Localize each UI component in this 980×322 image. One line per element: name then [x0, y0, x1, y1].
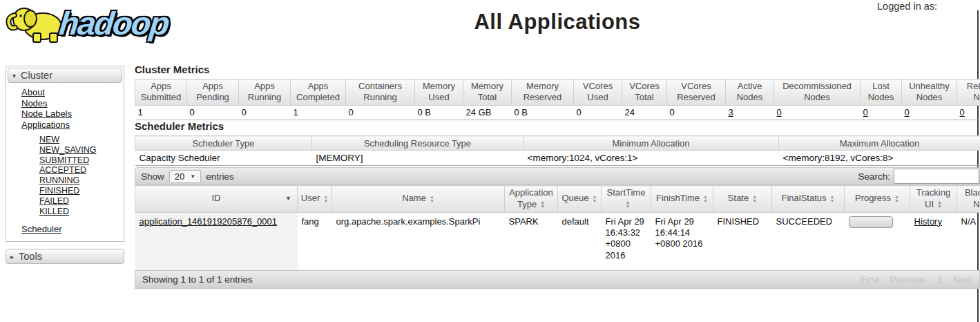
apps-submitted-value: 1 [135, 105, 187, 120]
state-submitted-link[interactable]: SUBMITTED [39, 155, 89, 165]
application-row: application_1461919205876_0001 fang org.… [135, 212, 980, 272]
unhealthy-nodes-link[interactable]: 0 [905, 107, 910, 117]
col-queue-label: Queue [562, 193, 589, 203]
pagination-page-1-button[interactable]: 1 [937, 274, 943, 285]
sort-icon [430, 195, 434, 203]
entries-label: entries [206, 171, 234, 182]
col-state-label: State [728, 193, 749, 203]
vcores-total-value: 24 [622, 105, 667, 120]
sidebar-section-cluster[interactable]: ▾ Cluster [8, 68, 122, 83]
col-progress[interactable]: Progress [845, 186, 910, 213]
page-size-value: 20 [175, 171, 184, 182]
col-tracking-ui-label: Tracking UI [916, 187, 950, 209]
state-new-saving-link[interactable]: NEW_SAVING [39, 145, 96, 155]
col-tracking-ui[interactable]: Tracking UI [910, 186, 957, 213]
app-progress-cell [845, 212, 910, 272]
sort-icon [626, 200, 631, 209]
apps-completed-value: 1 [291, 105, 346, 120]
sidebar-cluster-box: ▾ Cluster About Nodes Node Labels Applic… [6, 66, 124, 242]
rebooted-nodes-link[interactable]: 0 [960, 107, 965, 117]
memory-reserved-value: 0 B [512, 105, 574, 120]
col-memory-used: Memory Used [415, 79, 463, 106]
sidebar-item-running: RUNNING [39, 176, 122, 186]
col-application-type[interactable]: Application Type [505, 186, 558, 213]
state-new-link[interactable]: NEW [39, 135, 59, 144]
col-id[interactable]: ID▼ [135, 186, 298, 213]
sidebar-item-about: About [21, 87, 122, 98]
lost-nodes-link[interactable]: 0 [863, 107, 868, 117]
state-finished-link[interactable]: FINISHED [39, 186, 79, 196]
col-name[interactable]: Name [332, 186, 505, 213]
select-caret-icon: ▼ [190, 173, 195, 180]
scheduler-link[interactable]: Scheduler [21, 224, 62, 234]
app-name-cell: org.apache.spark.examples.SparkPi [332, 212, 505, 272]
scheduling-resource-type-value: [MEMORY] [312, 151, 523, 166]
apps-table-footer: Showing 1 to 1 of 1 entries First Previo… [135, 270, 980, 289]
app-id-cell: application_1461919205876_0001 [135, 212, 298, 272]
pagination-previous-button[interactable]: Previous [890, 274, 926, 285]
yarn-all-applications-page: hadoop All Applications Logged in as: ▾ … [0, 0, 980, 322]
sidebar-item-finished: FINISHED [39, 186, 122, 196]
sidebar-section-tools[interactable]: ▸ Tools [6, 249, 124, 264]
col-starttime[interactable]: StartTime [602, 186, 651, 213]
node-labels-link[interactable]: Node Labels [21, 108, 72, 119]
pagination: First Previous 1 Next [861, 274, 972, 285]
pagination-first-button[interactable]: First [861, 274, 878, 285]
apps-pending-value: 0 [187, 105, 239, 120]
col-memory-reserved: Memory Reserved [512, 79, 574, 106]
maximum-allocation-value: <memory:8192, vCores:8> [779, 151, 980, 166]
sort-icon [593, 195, 597, 203]
col-memory-total: Memory Total [463, 79, 512, 106]
state-accepted-link[interactable]: ACCEPTED [39, 165, 86, 175]
col-state[interactable]: State [713, 186, 772, 213]
page-size-select[interactable]: 20 ▼ [169, 170, 201, 183]
containers-running-value: 0 [346, 105, 415, 120]
rebooted-nodes-cell: 0 [957, 105, 980, 120]
sidebar-item-node-labels: Node Labels [21, 108, 122, 120]
apps-table-toolbar: Show 20 ▼ entries Search: [135, 167, 980, 185]
memory-used-value: 0 B [415, 105, 463, 120]
col-active-nodes: Active Nodes [726, 79, 774, 106]
state-failed-link[interactable]: FAILED [39, 196, 69, 206]
app-tracking-cell: History [910, 212, 957, 272]
col-minimum-allocation: Minimum Allocation [523, 136, 779, 151]
scheduler-metrics-heading: Scheduler Metrics [135, 120, 224, 132]
col-apps-submitted: Apps Submitted [135, 79, 187, 106]
sort-icon [937, 200, 942, 209]
col-decommissioned-nodes: Decommissioned Nodes [774, 79, 861, 106]
decommissioned-nodes-link[interactable]: 0 [777, 107, 782, 117]
about-link[interactable]: About [21, 87, 45, 97]
col-vcores-total: VCores Total [622, 79, 667, 106]
nodes-link[interactable]: Nodes [21, 98, 48, 108]
col-maximum-allocation: Maximum Allocation [779, 136, 980, 151]
col-finishtime[interactable]: FinishTime [651, 186, 713, 213]
col-blacklisted-nodes[interactable]: Blacklisted Nodes [957, 186, 980, 213]
sort-desc-icon: ▼ [285, 195, 291, 203]
applications-link[interactable]: Applications [21, 120, 70, 130]
col-finishtime-label: FinishTime [656, 193, 700, 203]
application-id-link[interactable]: application_1461919205876_0001 [140, 216, 278, 227]
sidebar-item-new-saving: NEW_SAVING [39, 145, 122, 155]
search-area: Search: [858, 169, 979, 184]
state-killed-link[interactable]: KILLED [39, 207, 69, 216]
active-nodes-link[interactable]: 3 [729, 107, 733, 117]
col-vcores-used: VCores Used [574, 79, 622, 106]
page-title: All Applications [135, 10, 980, 35]
scheduler-type-value: Capacity Scheduler [135, 151, 312, 166]
col-queue[interactable]: Queue [558, 186, 602, 213]
applications-header-row: ID▼ User Name Application Type Queue Sta… [135, 186, 980, 213]
col-user[interactable]: User [298, 186, 332, 213]
col-finalstatus-label: FinalStatus [782, 193, 827, 203]
search-input[interactable] [894, 169, 979, 184]
sidebar-item-new: NEW [39, 135, 122, 145]
vcores-reserved-value: 0 [667, 105, 726, 120]
memory-total-value: 24 GB [463, 105, 512, 120]
col-finalstatus[interactable]: FinalStatus [772, 186, 845, 213]
vcores-used-value: 0 [574, 105, 622, 120]
history-link[interactable]: History [914, 216, 942, 227]
sort-icon [703, 195, 708, 203]
applications-table: ID▼ User Name Application Type Queue Sta… [135, 185, 980, 272]
pagination-next-button[interactable]: Next [953, 274, 972, 285]
state-running-link[interactable]: RUNNING [39, 176, 79, 185]
cluster-nav-list: About Nodes Node Labels Applications [8, 87, 122, 130]
